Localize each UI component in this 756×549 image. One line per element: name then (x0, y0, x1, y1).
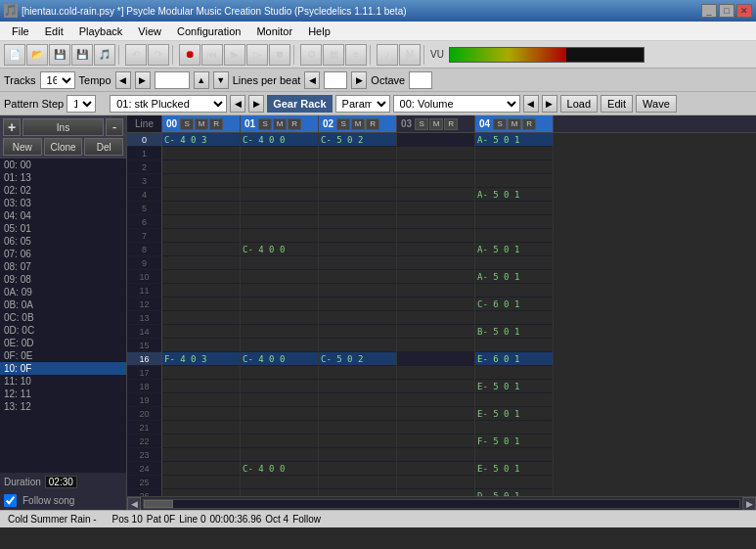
cell-21-4[interactable] (475, 421, 553, 435)
tempo-spin-up[interactable]: ▲ (194, 71, 209, 89)
new-pattern-button[interactable]: New (3, 138, 42, 156)
cell-24-4[interactable]: E- 5 0 1 (475, 462, 553, 476)
cell-8-2[interactable] (319, 243, 396, 256)
menu-playback[interactable]: Playback (71, 23, 131, 39)
new-button[interactable]: 📄 (4, 44, 25, 66)
track-column-2[interactable]: C- 5 0 2C- 5 0 2 (319, 133, 397, 496)
sequencer-view-button[interactable]: ≡ (345, 44, 367, 66)
play-start-button[interactable]: ⏮ (201, 44, 223, 66)
cell-15-3[interactable] (397, 339, 474, 352)
cell-10-3[interactable] (397, 270, 474, 284)
pattern-list-item[interactable]: 07: 06 (0, 248, 126, 260)
horizontal-scrollbar[interactable]: ◀ ▶ (127, 496, 756, 510)
cell-2-2[interactable] (319, 160, 396, 174)
cell-5-3[interactable] (397, 202, 474, 215)
track-column-1[interactable]: C- 4 0 0C- 4 0 0C- 4 0 0C- 4 0 0 (241, 133, 319, 496)
cell-0-3[interactable] (397, 133, 474, 147)
pattern-list-item[interactable]: 0F: 0E (0, 349, 126, 362)
step-select[interactable]: 1 (67, 95, 96, 113)
follow-button[interactable]: ♪ (377, 44, 398, 66)
pattern-list-item[interactable]: 0B: 0A (0, 298, 126, 311)
cell-3-1[interactable] (241, 174, 318, 188)
tracks-select[interactable]: 16 (40, 71, 75, 89)
cell-18-2[interactable] (319, 380, 396, 393)
redo-button[interactable]: ↷ (148, 44, 169, 66)
pattern-list-item[interactable]: 13: 12 (0, 400, 126, 413)
cell-7-1[interactable] (241, 229, 318, 243)
menu-help[interactable]: Help (300, 23, 338, 39)
cell-8-1[interactable]: C- 4 0 0 (241, 243, 318, 256)
cell-16-3[interactable] (397, 352, 474, 366)
cell-14-3[interactable] (397, 325, 474, 339)
cell-9-3[interactable] (397, 256, 474, 270)
cell-22-2[interactable] (319, 435, 396, 448)
param-next-button[interactable]: ▶ (542, 95, 557, 113)
cell-14-4[interactable]: B- 5 0 1 (475, 325, 553, 339)
pattern-list-item[interactable]: 0D: 0C (0, 324, 126, 337)
lpb-input[interactable]: 4 (324, 71, 347, 89)
cell-14-2[interactable] (319, 325, 396, 339)
cell-22-3[interactable] (397, 435, 474, 448)
render-button[interactable]: 🎵 (94, 44, 115, 66)
pattern-select[interactable]: 01: stk Plucked (110, 95, 227, 113)
track-column-3[interactable] (397, 133, 475, 496)
midi-button[interactable]: M (399, 44, 421, 66)
cell-1-1[interactable] (241, 147, 318, 160)
pattern-list-item[interactable]: 05: 01 (0, 222, 126, 235)
cell-12-3[interactable] (397, 297, 474, 311)
cell-4-4[interactable]: A- 5 0 1 (475, 188, 553, 202)
cell-14-0[interactable] (162, 325, 240, 339)
cell-9-1[interactable] (241, 256, 318, 270)
cell-11-4[interactable] (475, 284, 553, 297)
cell-17-1[interactable] (241, 366, 318, 380)
cell-5-2[interactable] (319, 202, 396, 215)
save-button[interactable]: 💾 (49, 44, 70, 66)
cell-5-4[interactable] (475, 202, 553, 215)
cell-3-3[interactable] (397, 174, 474, 188)
cell-26-1[interactable] (241, 489, 318, 496)
track-mute-04[interactable]: S (493, 118, 507, 130)
cell-12-0[interactable] (162, 297, 240, 311)
cell-8-3[interactable] (397, 243, 474, 256)
pattern-next-button[interactable]: ▶ (248, 95, 264, 113)
cell-24-1[interactable]: C- 4 0 0 (241, 462, 318, 476)
params-select[interactable]: Params (335, 95, 390, 113)
cell-4-3[interactable] (397, 188, 474, 202)
pattern-list-item[interactable]: 04: 04 (0, 209, 126, 222)
cell-19-1[interactable] (241, 393, 318, 407)
cell-13-3[interactable] (397, 311, 474, 325)
sequencer-body[interactable]: 0123456789101112131415161718192021222324… (127, 133, 756, 496)
cell-17-0[interactable] (162, 366, 240, 380)
cell-9-0[interactable] (162, 256, 240, 270)
cell-15-4[interactable] (475, 339, 553, 352)
cell-16-0[interactable]: F- 4 0 3 (162, 352, 240, 366)
cell-15-1[interactable] (241, 339, 318, 352)
record-button[interactable]: ⏺ (179, 44, 200, 66)
pattern-view-button[interactable]: ▦ (323, 44, 344, 66)
close-button[interactable]: ✕ (736, 4, 752, 18)
cell-11-0[interactable] (162, 284, 240, 297)
wave-button[interactable]: Wave (636, 95, 677, 113)
cell-6-3[interactable] (397, 215, 474, 229)
load-button[interactable]: Load (560, 95, 598, 113)
cell-23-4[interactable] (475, 448, 553, 462)
stop-button[interactable]: ⏹ (269, 44, 290, 66)
cell-19-4[interactable] (475, 393, 553, 407)
cell-11-3[interactable] (397, 284, 474, 297)
cell-20-1[interactable] (241, 407, 318, 421)
cell-15-2[interactable] (319, 339, 396, 352)
cell-18-3[interactable] (397, 380, 474, 393)
cell-21-1[interactable] (241, 421, 318, 435)
maximize-button[interactable]: □ (719, 4, 734, 18)
cell-3-0[interactable] (162, 174, 240, 188)
cell-21-3[interactable] (397, 421, 474, 435)
cell-14-1[interactable] (241, 325, 318, 339)
track-solo-00[interactable]: R (209, 118, 223, 130)
tempo-input[interactable]: 215 (155, 71, 190, 89)
undo-button[interactable]: ↶ (125, 44, 147, 66)
track-record-02[interactable]: M (351, 118, 365, 130)
cell-6-2[interactable] (319, 215, 396, 229)
lpb-spin-up[interactable]: ▶ (351, 71, 367, 89)
cell-16-4[interactable]: E- 6 0 1 (475, 352, 553, 366)
cell-12-1[interactable] (241, 297, 318, 311)
